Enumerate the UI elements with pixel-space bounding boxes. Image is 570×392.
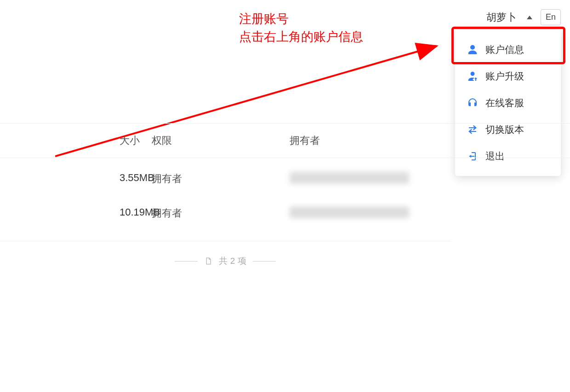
dropdown-item-label: 账户升级 [485,70,524,83]
support-icon [467,97,478,108]
cell-size: 3.55MB [0,172,152,187]
dropdown-item-label: 账户信息 [485,43,524,56]
username-label[interactable]: 胡萝卜 [486,11,517,24]
language-toggle-button[interactable]: En [541,9,561,25]
column-header-size[interactable]: 大小 [0,134,152,148]
document-icon [204,257,212,265]
dropdown-item-account-upgrade[interactable]: 账户升级 [455,63,561,90]
table-bottom-border [0,241,450,241]
file-table: 大小 权限 拥有者 3.55MB 拥有者 10.19MB 拥有者 [0,123,570,227]
divider-line [175,261,198,261]
table-row[interactable]: 3.55MB 拥有者 [0,158,570,193]
redacted-owner [290,172,409,184]
table-header-row: 大小 权限 拥有者 [0,123,570,158]
cell-perm: 拥有者 [152,172,290,187]
total-count-text: 共 2 项 [219,255,246,267]
column-header-owner[interactable]: 拥有者 [290,134,450,148]
user-upgrade-icon [467,71,478,82]
column-header-perm[interactable]: 权限 [152,134,290,148]
caret-up-icon[interactable] [527,16,532,19]
dropdown-item-support[interactable]: 在线客服 [455,90,561,116]
cell-size: 10.19MB [0,206,152,221]
total-count-footer: 共 2 项 [0,255,450,267]
cell-perm: 拥有者 [152,206,290,221]
annotation-text: 注册账号 点击右上角的账户信息 [239,10,363,46]
divider-line [253,261,276,261]
dropdown-item-account-info[interactable]: 账户信息 [455,36,561,63]
user-icon [467,44,478,55]
cell-owner [290,172,450,187]
cell-owner [290,206,450,221]
dropdown-item-label: 在线客服 [485,97,524,109]
redacted-owner [290,206,409,218]
table-row[interactable]: 10.19MB 拥有者 [0,193,570,227]
